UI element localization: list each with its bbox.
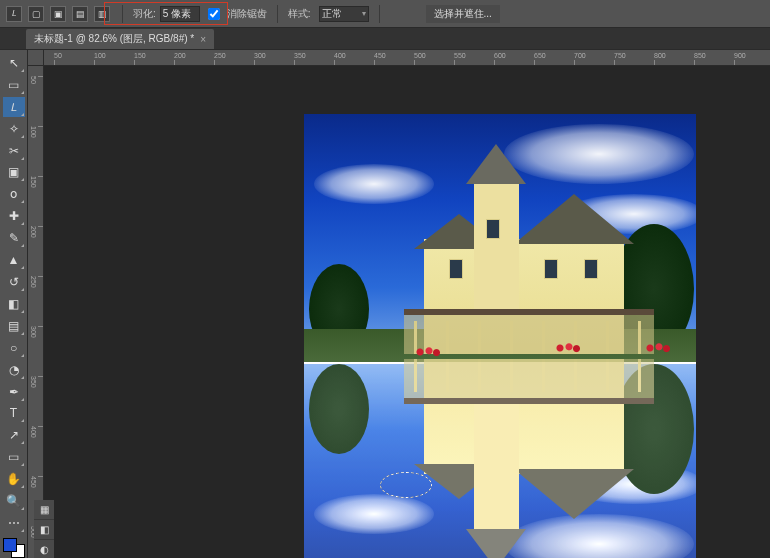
separator [122,5,123,23]
zoom-tool[interactable]: 🔍 [3,491,25,511]
workspace: ↖▭𝘓✧✂▣𝗈✚✎▲↺◧▤○◔✒T↗▭✋🔍⋯ 50100150200250300… [0,50,770,558]
panel-icon[interactable]: ▦ [34,500,54,520]
document-tab-title: 未标题-1 @ 82.6% (图层, RGB/8#) * [34,32,194,46]
crop-tool[interactable]: ✂ [3,141,25,161]
antialias-checkbox[interactable] [208,8,220,20]
image-house [384,189,664,354]
toolbox: ↖▭𝘓✧✂▣𝗈✚✎▲↺◧▤○◔✒T↗▭✋🔍⋯ [0,50,28,558]
hand-tool[interactable]: ✋ [3,469,25,489]
type-tool[interactable]: T [3,404,25,424]
style-select[interactable]: 正常 [319,6,369,22]
close-icon[interactable]: × [200,34,206,45]
canvas[interactable] [304,114,696,558]
document-tab-strip: 未标题-1 @ 82.6% (图层, RGB/8#) * × [0,28,770,50]
selection-new-icon[interactable]: ▢ [28,6,44,22]
gradient-tool[interactable]: ▤ [3,316,25,336]
color-swatches[interactable] [3,538,25,558]
vertical-ruler: 50100150200250300350400450500 [28,66,44,558]
selection-intersect-icon[interactable]: ▥ [94,6,110,22]
selection-subtract-icon[interactable]: ▤ [72,6,88,22]
healing-tool[interactable]: ✚ [3,206,25,226]
panel-icon[interactable]: ◐ [34,540,54,558]
lasso-tool[interactable]: 𝘓 [3,97,25,117]
document-tab[interactable]: 未标题-1 @ 82.6% (图层, RGB/8#) * × [26,29,214,49]
feather-input[interactable] [160,6,200,22]
panel-icon[interactable]: ◧ [34,520,54,540]
horizontal-ruler: 5010015020025030035040045050055060065070… [44,50,770,66]
quick-select-tool[interactable]: ✧ [3,119,25,139]
blur-tool[interactable]: ○ [3,338,25,358]
shape-tool[interactable]: ▭ [3,447,25,467]
eyedropper-tool[interactable]: 𝗈 [3,184,25,204]
eraser-tool[interactable]: ◧ [3,294,25,314]
dodge-tool[interactable]: ◔ [3,360,25,380]
feather-label: 羽化: [133,7,156,21]
image-flowers [644,342,674,354]
separator [379,5,380,23]
lasso-selection[interactable] [380,472,432,498]
select-and-mask-button[interactable]: 选择并遮住... [426,5,500,23]
selection-add-icon[interactable]: ▣ [50,6,66,22]
tool-preset-icon[interactable]: 𝘓 [6,6,22,22]
marquee-tool[interactable]: ▭ [3,75,25,95]
frame-tool[interactable]: ▣ [3,163,25,183]
image-flowers [414,346,444,358]
image-flowers [554,342,584,354]
history-brush-tool[interactable]: ↺ [3,272,25,292]
image-reflection [304,362,696,558]
fg-swatch[interactable] [3,538,17,552]
edit-toolbar[interactable]: ⋯ [3,513,25,533]
style-label: 样式: [288,7,311,21]
antialias-label: 消除锯齿 [227,7,267,21]
brush-tool[interactable]: ✎ [3,228,25,248]
separator [277,5,278,23]
path-tool[interactable]: ↗ [3,425,25,445]
collapsed-panel-strip[interactable]: ▦◧◐≡ [34,500,54,558]
move-tool[interactable]: ↖ [3,53,25,73]
stamp-tool[interactable]: ▲ [3,250,25,270]
image-cloud [504,124,694,184]
pen-tool[interactable]: ✒ [3,382,25,402]
options-bar: 𝘓 ▢ ▣ ▤ ▥ 羽化: 消除锯齿 样式: 正常 选择并遮住... [0,0,770,28]
canvas-area[interactable]: 5010015020025030035040045050055060065070… [28,50,770,558]
ruler-corner [28,50,44,66]
